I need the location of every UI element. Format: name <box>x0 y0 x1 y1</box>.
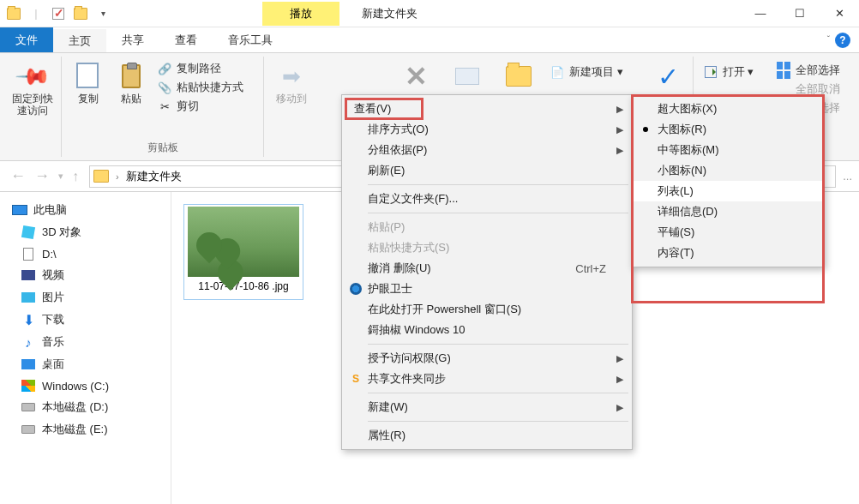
copy-path-icon: 🔗 <box>158 62 171 75</box>
view-content[interactable]: 内容(T) <box>634 243 822 263</box>
ctx-customize-folder[interactable]: 自定义文件夹(F)... <box>344 189 630 209</box>
back-button[interactable]: ← <box>7 165 29 187</box>
ctx-windows10[interactable]: 鎶抽椒 Windows 10 <box>344 320 630 340</box>
music-icon: ♪ <box>25 335 32 350</box>
file-thumbnail[interactable]: 11-07-57-10-86 .jpg <box>183 204 303 300</box>
breadcrumb-folder[interactable]: 新建文件夹 <box>126 169 182 184</box>
qat-divider: | <box>27 5 45 22</box>
move-to-button[interactable]: ➡ 移动到 <box>269 58 314 155</box>
document-icon <box>23 248 33 261</box>
select-all-button[interactable]: 全部选择 <box>775 62 850 79</box>
properties-check-icon: ✓ <box>658 62 679 92</box>
tab-file[interactable]: 文件 <box>0 27 53 52</box>
new-item-button[interactable]: 📄新建项目 ▾ <box>549 63 633 81</box>
view-tiles[interactable]: 平铺(S) <box>634 222 822 243</box>
ctx-paste-shortcut: 粘贴快捷方式(S) <box>344 237 630 258</box>
ctx-group[interactable]: 分组依据(P)▶ <box>344 140 630 160</box>
drive-icon <box>21 425 35 434</box>
new-folder-icon <box>506 66 532 87</box>
delete-icon: ✕ <box>405 60 428 93</box>
forward-button[interactable]: → <box>31 165 53 187</box>
view-medium[interactable]: 中等图标(M) <box>634 140 822 160</box>
ctx-separator <box>368 421 628 422</box>
submenu-arrow-icon: ▶ <box>616 104 623 115</box>
view-list[interactable]: 列表(L) <box>634 181 822 201</box>
submenu-arrow-icon: ▶ <box>616 374 623 385</box>
close-button[interactable]: ✕ <box>820 0 859 27</box>
ctx-properties[interactable]: 属性(R) <box>344 425 630 446</box>
tree-3d-objects[interactable]: 3D 对象 <box>0 221 171 243</box>
tree-music[interactable]: ♪音乐 <box>0 331 171 353</box>
move-to-icon: ➡ <box>282 63 301 90</box>
qat-customize-chevron-icon[interactable]: ▾ <box>94 5 111 22</box>
breadcrumb-separator-icon: › <box>116 171 119 182</box>
nav-tree: 此电脑 3D 对象 D:\ 视频 图片 ⬇下载 ♪音乐 桌面 Windows (… <box>0 192 171 504</box>
help-icon[interactable]: ? <box>835 33 850 48</box>
tree-drive-c[interactable]: Windows (C:) <box>0 375 171 396</box>
paste-shortcut-button[interactable]: 📎粘贴快捷方式 <box>156 79 245 96</box>
rename-icon <box>455 68 479 85</box>
view-submenu: 超大图标(X) 大图标(R) 中等图标(M) 小图标(N) 列表(L) 详细信息… <box>631 94 825 267</box>
view-extra-large[interactable]: 超大图标(X) <box>634 99 822 119</box>
address-folder-icon <box>93 170 109 183</box>
paste-icon <box>122 64 141 88</box>
download-icon: ⬇ <box>23 312 34 328</box>
submenu-arrow-icon: ▶ <box>616 353 623 364</box>
tree-d-root[interactable]: D:\ <box>0 243 171 264</box>
view-small[interactable]: 小图标(N) <box>634 160 822 181</box>
contextual-tab-play[interactable]: 播放 <box>262 2 339 26</box>
copy-button[interactable]: 复制 <box>67 58 110 138</box>
view-details[interactable]: 详细信息(D) <box>634 201 822 222</box>
tab-view[interactable]: 查看 <box>159 27 213 52</box>
tab-home[interactable]: 主页 <box>53 27 106 52</box>
ctx-separator <box>368 344 628 345</box>
ctx-new[interactable]: 新建(W)▶ <box>344 397 630 417</box>
select-all-icon <box>777 62 790 79</box>
tree-videos[interactable]: 视频 <box>0 264 171 286</box>
ctx-powershell[interactable]: 在此处打开 Powershell 窗口(S) <box>344 299 630 320</box>
tree-pictures[interactable]: 图片 <box>0 286 171 309</box>
tree-drive-d[interactable]: 本地磁盘 (D:) <box>0 396 171 418</box>
this-pc-icon <box>12 205 27 215</box>
context-menu: 查看(V) 查看(V)▶ 排序方式(O)▶ 分组依据(P)▶ 刷新(E) 自定义… <box>341 94 633 450</box>
tree-downloads[interactable]: ⬇下载 <box>0 309 171 331</box>
ctx-grant-access[interactable]: 授予访问权限(G)▶ <box>344 348 630 369</box>
ctx-huyan[interactable]: 护眼卫士 <box>344 279 630 299</box>
ctx-share-sync[interactable]: S共享文件夹同步▶ <box>344 369 630 389</box>
tab-music-tools[interactable]: 音乐工具 <box>213 27 288 52</box>
pin-icon: 📌 <box>14 57 52 96</box>
title-bar: | ▾ 播放 新建文件夹 — ☐ ✕ <box>0 0 859 27</box>
tree-desktop[interactable]: 桌面 <box>0 353 171 375</box>
tree-drive-e[interactable]: 本地磁盘 (E:) <box>0 418 171 441</box>
view-large[interactable]: 大图标(R) <box>634 119 822 140</box>
open-dropdown-button[interactable]: 打开 ▾ <box>702 63 758 81</box>
up-button[interactable]: ↑ <box>69 167 82 186</box>
minimize-button[interactable]: — <box>741 0 780 27</box>
copy-path-button[interactable]: 🔗复制路径 <box>156 60 245 77</box>
search-hint-stub: ... <box>843 170 852 183</box>
ctx-view-row[interactable]: 查看(V)▶ <box>344 99 630 119</box>
tab-share[interactable]: 共享 <box>106 27 159 52</box>
tree-this-pc[interactable]: 此电脑 <box>0 199 171 221</box>
copy-to-icon <box>342 62 371 91</box>
desktop-icon <box>21 359 35 369</box>
video-icon <box>21 270 35 280</box>
ctx-undo-delete[interactable]: 撤消 删除(U)Ctrl+Z <box>344 258 630 279</box>
submenu-arrow-icon: ▶ <box>616 124 623 135</box>
folder-icon[interactable] <box>5 5 22 22</box>
properties-check-icon[interactable] <box>50 5 67 22</box>
paste-button[interactable]: 粘贴 <box>110 58 153 138</box>
ctx-refresh[interactable]: 刷新(E) <box>344 160 630 181</box>
pin-quick-access-button[interactable]: 📌 固定到快 速访问 <box>5 58 60 155</box>
paste-shortcut-icon: 📎 <box>158 81 171 94</box>
ribbon-tabs: 文件 主页 共享 查看 音乐工具 ˇ ? <box>0 27 859 53</box>
clipboard-group-label: 剪贴板 <box>67 138 258 155</box>
new-folder-qat-icon[interactable] <box>72 5 89 22</box>
cut-button[interactable]: ✂剪切 <box>156 98 245 115</box>
window-title: 新建文件夹 <box>362 6 417 21</box>
ctx-sort[interactable]: 排序方式(O)▶ <box>344 119 630 140</box>
collapse-ribbon-chevron-icon[interactable]: ˇ <box>827 35 830 45</box>
submenu-arrow-icon: ▶ <box>616 145 623 156</box>
maximize-button[interactable]: ☐ <box>780 0 820 27</box>
recent-locations-chevron-icon[interactable]: ▾ <box>55 169 67 183</box>
